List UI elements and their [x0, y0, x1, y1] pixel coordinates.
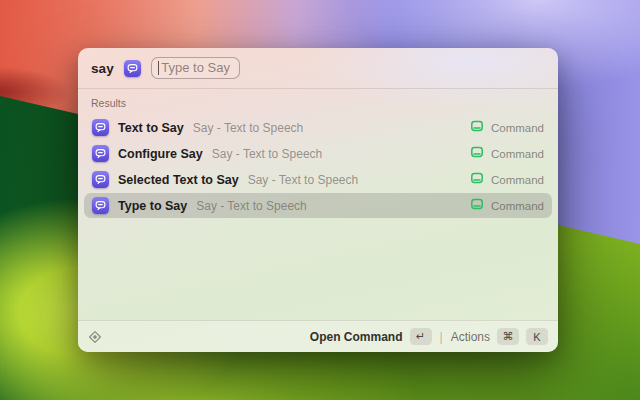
return-keycap: ↵	[410, 328, 432, 345]
k-keycap: K	[526, 328, 548, 345]
result-row-selected-text-to-say[interactable]: Selected Text to Say Say - Text to Speec…	[84, 167, 552, 192]
result-type-label: Command	[491, 122, 544, 134]
results-list: Results Text to Say Say - Text to Speech…	[78, 89, 558, 320]
result-subtitle: Say - Text to Speech	[193, 121, 304, 135]
command-type-icon	[470, 197, 484, 215]
footer-bar: Open Command ↵ | Actions ⌘ K	[78, 320, 558, 352]
result-title: Configure Say	[118, 147, 203, 161]
command-type-icon	[470, 171, 484, 189]
result-row-configure-say[interactable]: Configure Say Say - Text to Speech Comma…	[84, 141, 552, 166]
command-type-icon	[470, 145, 484, 163]
say-speech-bubble-icon	[92, 171, 109, 188]
results-section-label: Results	[84, 94, 552, 115]
result-subtitle: Say - Text to Speech	[248, 173, 359, 187]
result-type-label: Command	[491, 174, 544, 186]
say-speech-bubble-icon	[124, 60, 141, 77]
actions-button[interactable]: Actions	[451, 330, 490, 344]
result-title: Text to Say	[118, 121, 184, 135]
open-command-button[interactable]: Open Command	[310, 330, 403, 344]
cmd-keycap: ⌘	[497, 328, 519, 345]
say-speech-bubble-icon	[92, 119, 109, 136]
result-subtitle: Say - Text to Speech	[212, 147, 323, 161]
argument-placeholder: Type to Say	[161, 60, 230, 75]
launcher-window: say Type to Say Results Text to Say Say …	[78, 48, 558, 352]
desktop: say Type to Say Results Text to Say Say …	[0, 0, 640, 400]
footer-divider: |	[439, 330, 444, 344]
result-subtitle: Say - Text to Speech	[196, 199, 307, 213]
result-title: Type to Say	[118, 199, 187, 213]
result-row-text-to-say[interactable]: Text to Say Say - Text to Speech Command	[84, 115, 552, 140]
say-speech-bubble-icon	[92, 197, 109, 214]
result-title: Selected Text to Say	[118, 173, 239, 187]
text-caret	[158, 61, 160, 75]
search-query[interactable]: say	[91, 61, 114, 76]
search-bar[interactable]: say Type to Say	[78, 48, 558, 89]
result-type-label: Command	[491, 200, 544, 212]
say-speech-bubble-icon	[92, 145, 109, 162]
argument-input[interactable]: Type to Say	[151, 57, 240, 79]
result-row-type-to-say[interactable]: Type to Say Say - Text to Speech Command	[84, 193, 552, 218]
raycast-logo-icon	[88, 330, 102, 344]
result-type-label: Command	[491, 148, 544, 160]
command-type-icon	[470, 119, 484, 137]
